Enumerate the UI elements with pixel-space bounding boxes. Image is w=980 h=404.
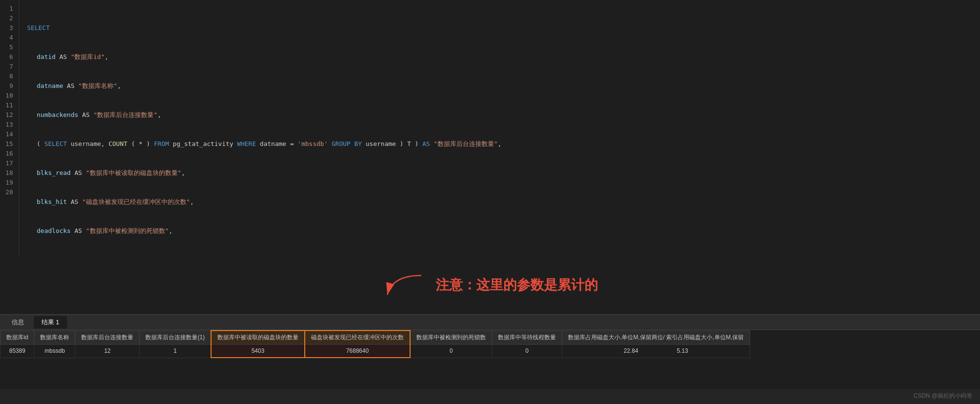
col-header-6: 数据库中被检测到的死锁数	[410, 331, 492, 344]
watermark: CSDN @疯狂的小码哥	[913, 392, 972, 400]
table-row: 85389 mbssdb 12 1 5403 7688640 0 0 22.84…	[0, 344, 750, 358]
cell-name: mbssdb	[34, 344, 75, 358]
col-header-4: 数据库中被读取的磁盘块的数量	[211, 331, 305, 344]
annotation-area: 注意：这里的参数是累计的	[0, 256, 980, 314]
cell-disk: 22.84 5.13	[562, 344, 750, 358]
col-header-8: 数据库占用磁盘大小,单位M,保留两位/ 索引占用磁盘大小,单位M,保留	[562, 331, 750, 344]
annotation-arrow-icon	[383, 271, 426, 300]
table-header-row: 数据库id 数据库名称 数据库后台连接数量 数据库后台连接数量(1) 数据库中被…	[0, 331, 750, 344]
cell-connections: 12	[75, 344, 140, 358]
cell-id: 85389	[0, 344, 34, 358]
bottom-panel: 信息 结果 1 数据库id 数据库名称 数据库后台连接数量 数据库后台连接数量(…	[0, 314, 980, 404]
line-numbers: 1 2 3 4 5 6 7 8 9 10 11 12 13 14 15 16 1…	[0, 0, 19, 256]
code-editor: 1 2 3 4 5 6 7 8 9 10 11 12 13 14 15 16 1…	[0, 0, 980, 256]
col-header-5: 磁盘块被发现已经在缓冲区中的次数	[305, 331, 410, 344]
panel-tabs: 信息 结果 1	[0, 315, 980, 330]
cell-blks-read: 5403	[211, 344, 305, 358]
col-header-0: 数据库id	[0, 331, 34, 344]
col-header-2: 数据库后台连接数量	[75, 331, 140, 344]
cell-connections-1: 1	[140, 344, 211, 358]
cell-deadlocks: 0	[410, 344, 492, 358]
code-body: SELECT datid AS "数据库id", datname AS "数据库…	[19, 0, 980, 256]
results-table-wrapper[interactable]: 数据库id 数据库名称 数据库后台连接数量 数据库后台连接数量(1) 数据库中被…	[0, 330, 980, 389]
cell-blks-hit: 7688640	[305, 344, 410, 358]
tab-results[interactable]: 结果 1	[34, 316, 67, 329]
results-table: 数据库id 数据库名称 数据库后台连接数量 数据库后台连接数量(1) 数据库中被…	[0, 330, 750, 358]
tab-info[interactable]: 信息	[4, 316, 32, 329]
col-header-3: 数据库后台连接数量(1)	[140, 331, 211, 344]
col-header-7: 数据库中等待线程数量	[492, 331, 562, 344]
col-header-1: 数据库名称	[34, 331, 75, 344]
cell-waiting: 0	[492, 344, 562, 358]
annotation-text: 注意：这里的参数是累计的	[436, 276, 598, 294]
